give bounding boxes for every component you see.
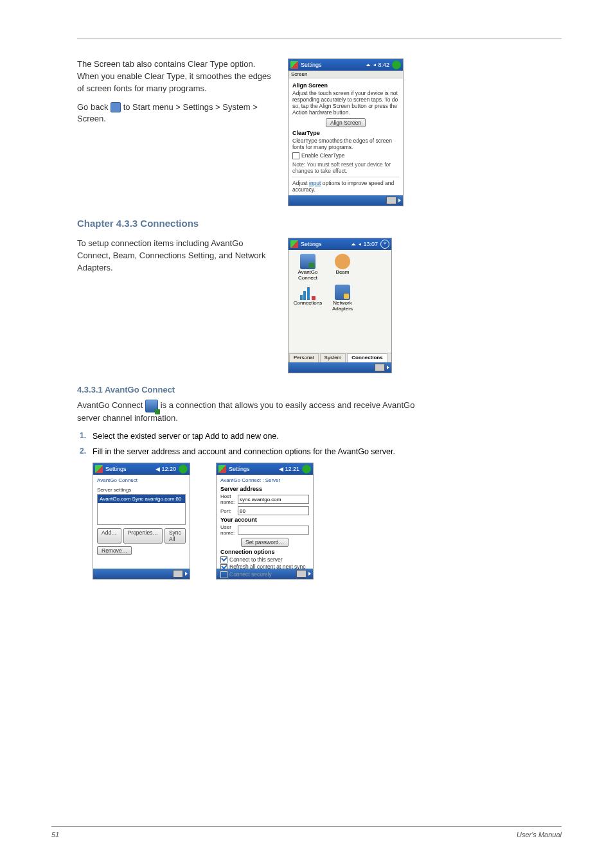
cleartype-heading: ClearType [292,130,399,136]
tab-connections[interactable]: Connections [347,353,387,362]
keyboard-icon[interactable] [386,197,396,204]
beam-item[interactable]: Beam [327,254,358,281]
server-list-selected-row[interactable]: AvantGo.com Sync avantgo.com:80 [98,495,185,503]
close-icon[interactable]: × [380,240,389,249]
screenshot-screen-settings: Settings ⏶ ◀ 8:42 Screen Align Screen Ad… [288,58,404,206]
avantgo-connect-icon [300,254,315,269]
titlebar-time: ◀ 12:21 [279,466,299,472]
step-2-text: Fill in the server address and account a… [93,447,562,458]
connections-item[interactable]: Connections [292,285,323,312]
menu-arrow-icon[interactable] [398,199,401,202]
host-name-input[interactable] [238,495,309,504]
align-screen-button[interactable]: Align Screen [326,118,366,127]
menu-arrow-icon[interactable] [185,572,188,576]
network-adapters-icon [335,285,350,300]
refresh-content-checkbox[interactable] [220,564,227,571]
chapter-heading: Chapter 4.3.3 Connections [77,218,562,229]
start-flag-icon [95,465,103,473]
titlebar-ok-icon[interactable] [179,465,188,474]
avantgo-connect-icon [145,400,158,412]
sync-all-button[interactable]: Sync All [164,528,186,544]
screenshot-avantgo-server: Settings ◀ 12:21 AvantGo Connect : Serve… [216,463,314,580]
page-number: 51 [51,831,59,838]
tab-personal[interactable]: Personal [289,353,319,362]
connect-securely-checkbox [220,571,227,578]
screen-go-back-note: Go back to Start menu > Settings > Syste… [77,102,276,126]
start-flag-icon [218,465,226,473]
connections-intro: To setup connection items including Avan… [77,238,276,274]
connection-options-heading: Connection options [220,549,309,555]
add-button[interactable]: Add… [97,528,121,544]
host-name-label: Host name: [220,493,235,505]
input-link[interactable]: input [309,180,321,186]
enable-cleartype-checkbox[interactable] [292,152,299,159]
screen-header: AvantGo Connect : Server [220,477,309,483]
titlebar-signal-icon: ⏶ ◀ 8:42 [366,62,389,68]
beam-icon [335,254,350,269]
subsection-heading: 4.3.3.1 AvantGo Connect [77,385,562,394]
input-options-text: Adjust input options to improve speed an… [292,180,399,193]
user-name-input[interactable] [238,526,309,535]
port-label: Port: [220,508,235,514]
cleartype-desc: ClearType smoothes the edges of screen f… [292,137,399,150]
screenshot-connections: Settings ⏶ ◀ 13:07 × AvantGo Connect Bea… [288,238,392,373]
align-screen-desc: Adjust the touch screen if your device i… [292,90,399,116]
connections-icon [300,285,315,300]
screen-cleartype-para: The Screen tab also contains Clear Type … [77,58,276,95]
port-input[interactable] [238,506,309,515]
titlebar-label: Settings [301,241,322,247]
user-name-label: User name: [220,524,235,536]
server-settings-label: Server settings [97,487,186,493]
titlebar-label: Settings [301,62,322,68]
your-account-heading: Your account [220,517,309,523]
cleartype-note: Note: You must soft reset your device fo… [292,161,399,174]
titlebar-ok-icon[interactable] [392,60,401,69]
refresh-content-label: Refresh all content at next sync [229,563,306,570]
step-1-text: Select the existed server or tap Add to … [93,431,562,443]
titlebar-signal-icon: ⏶ ◀ 13:07 [351,241,378,247]
menu-arrow-icon[interactable] [308,572,311,576]
screenshot-avantgo-list: Settings ◀ 12:20 AvantGo Connect Server … [93,463,190,580]
set-password-button[interactable]: Set password… [241,538,289,547]
tab-system[interactable]: System [320,353,346,362]
screen-header: AvantGo Connect [97,477,186,483]
properties-button[interactable]: Properties… [123,528,163,544]
avantgo-connect-item[interactable]: AvantGo Connect [292,254,323,281]
avantgo-intro: AvantGo Connect is a connection that all… [77,400,437,425]
connect-securely-label: Connect securely [229,571,272,578]
keyboard-icon[interactable] [375,364,385,371]
start-flag-icon [290,240,298,248]
titlebar-time: ◀ 12:20 [155,466,176,472]
titlebar-ok-icon[interactable] [302,465,311,474]
menu-arrow-icon[interactable] [387,366,389,369]
network-adapters-item[interactable]: Network Adapters [327,285,358,312]
titlebar-label: Settings [105,466,127,472]
titlebar-label: Settings [229,466,250,472]
align-screen-heading: Align Screen [292,82,399,89]
step-number: 1. [77,431,86,440]
connect-server-label: Connect to this server [229,556,283,563]
enable-cleartype-label: Enable ClearType [301,152,345,159]
remove-button[interactable]: Remove… [97,546,132,555]
keyboard-icon[interactable] [173,570,183,578]
screen-tab[interactable]: Screen [289,71,403,78]
footer-title: User's Manual [517,831,562,838]
keyboard-icon[interactable] [296,570,306,578]
server-address-heading: Server address [220,486,309,492]
settings-screen-icon [111,102,121,112]
start-flag-icon [290,61,298,69]
step-number: 2. [77,447,86,456]
